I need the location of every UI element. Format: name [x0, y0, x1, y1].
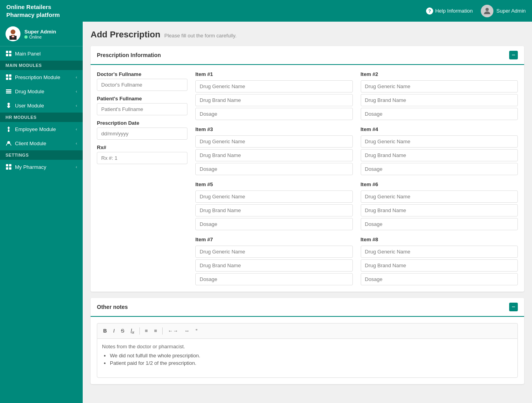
item-4-generic-input[interactable] — [361, 135, 518, 148]
sidebar-item-client-module[interactable]: Client Module ‹ — [0, 136, 83, 150]
page-subtitle: Please fill out the form carefully. — [164, 33, 236, 39]
item-label-2: Item #2 — [361, 71, 518, 77]
item-4-brand-input[interactable] — [361, 149, 518, 161]
item-3-dosage-input[interactable] — [195, 163, 353, 175]
sidebar-user: Super Admin Online — [0, 22, 83, 46]
clear-format-button[interactable]: Ix — [129, 327, 136, 335]
section-header-main-modules: MAIN MODULES — [0, 61, 83, 70]
svg-rect-28 — [9, 167, 11, 170]
item-5-brand-input[interactable] — [195, 204, 353, 216]
item-6-brand-input[interactable] — [361, 204, 518, 216]
date-input[interactable] — [97, 128, 187, 140]
item-7-brand-input[interactable] — [195, 259, 353, 272]
item-6-dosage-input[interactable] — [361, 218, 518, 230]
svg-point-0 — [486, 8, 489, 11]
chevron-icon: ‹ — [76, 89, 77, 94]
other-notes-card: Other notes − B I S Ix ≡ ≡ ←→ ↔ “ — [91, 298, 524, 384]
item-4-dosage-input[interactable] — [361, 163, 518, 175]
notes-item-1: We did not fulfull the whole prescriptio… — [110, 353, 513, 359]
chevron-icon: ‹ — [76, 141, 77, 146]
svg-rect-21 — [8, 105, 9, 106]
doctor-label: Doctor's Fullname — [97, 71, 187, 77]
super-admin-info[interactable]: Super Admin — [481, 5, 526, 17]
unordered-list-button[interactable]: ≡ — [143, 327, 150, 335]
item-7-generic-input[interactable] — [195, 246, 353, 258]
svg-rect-10 — [6, 54, 8, 56]
collapse-notes-button[interactable]: − — [509, 303, 518, 311]
item-5-dosage-input[interactable] — [195, 218, 353, 230]
item-group-6: Item #6 — [361, 181, 518, 230]
strikethrough-button[interactable]: S — [119, 327, 126, 335]
blockquote-button[interactable]: “ — [194, 327, 199, 335]
help-info-button[interactable]: ? Help Information — [426, 7, 473, 15]
user-name: Super Admin — [24, 29, 56, 35]
date-label: Prescription Date — [97, 120, 187, 126]
card-header-title: Prescription Information — [97, 52, 161, 58]
item-2-generic-input[interactable] — [361, 80, 518, 92]
notes-list: We did not fulfull the whole prescriptio… — [102, 353, 513, 366]
sidebar-item-employee-module[interactable]: Employee Module ‹ — [0, 122, 83, 136]
sidebar-item-prescription-module[interactable]: Prescription Module ‹ — [0, 70, 83, 84]
sidebar-item-user-module[interactable]: User Module ‹ — [0, 98, 83, 113]
item-2-dosage-input[interactable] — [361, 108, 518, 120]
svg-point-1 — [11, 30, 15, 34]
svg-rect-4 — [9, 36, 12, 40]
svg-rect-19 — [7, 103, 10, 105]
item-8-brand-input[interactable] — [361, 259, 518, 272]
item-8-generic-input[interactable] — [361, 246, 518, 258]
item-1-dosage-input[interactable] — [195, 108, 353, 120]
rx-field-group: Rx# — [97, 144, 187, 164]
sidebar-item-drug-module[interactable]: Drug Module ‹ — [0, 84, 83, 98]
items-column-left: Item #1 Item #3 Item #5 Item #7 — [195, 71, 353, 285]
main-content: Add Prescription Please fill out the for… — [83, 22, 532, 403]
notes-item-2: Patient paid for 1/2 of the prescription… — [110, 360, 513, 366]
bold-button[interactable]: B — [101, 327, 109, 335]
doctor-input[interactable] — [97, 79, 187, 91]
item-6-generic-input[interactable] — [361, 190, 518, 203]
card-body-notes: B I S Ix ≡ ≡ ←→ ↔ “ Notes from the docto… — [91, 317, 524, 384]
doctor-field-group: Doctor's Fullname — [97, 71, 187, 91]
item-5-generic-input[interactable] — [195, 190, 353, 203]
item-group-8: Item #8 — [361, 237, 518, 285]
item-8-dosage-input[interactable] — [361, 273, 518, 285]
toolbar-divider-2 — [162, 327, 163, 335]
chevron-icon: ‹ — [76, 165, 77, 169]
notes-card-title: Other notes — [97, 304, 128, 310]
main-layout: Super Admin Online Main Panel MAIN MODUL… — [0, 22, 532, 403]
svg-rect-5 — [14, 36, 17, 40]
outdent-button[interactable]: ←→ — [166, 327, 180, 335]
items-column-right: Item #2 Item #4 Item #6 Item #8 — [361, 71, 518, 285]
item-label-1: Item #1 — [195, 71, 353, 77]
svg-rect-15 — [9, 78, 11, 80]
toolbar-divider-1 — [139, 327, 140, 335]
item-1-brand-input[interactable] — [195, 94, 353, 106]
item-3-generic-input[interactable] — [195, 135, 353, 148]
chevron-icon: ‹ — [76, 75, 77, 79]
item-label-8: Item #8 — [361, 237, 518, 242]
collapse-prescription-button[interactable]: − — [509, 51, 518, 59]
item-label-5: Item #5 — [195, 181, 353, 187]
svg-rect-16 — [6, 89, 11, 91]
date-field-group: Prescription Date — [97, 120, 187, 140]
sidebar-item-main-panel[interactable]: Main Panel — [0, 46, 83, 61]
indent-button[interactable]: ↔ — [182, 327, 191, 335]
item-2-brand-input[interactable] — [361, 94, 518, 106]
patient-input[interactable] — [97, 103, 187, 115]
item-7-dosage-input[interactable] — [195, 273, 353, 285]
rx-input[interactable] — [97, 152, 187, 164]
status-dot — [24, 35, 28, 39]
sidebar: Super Admin Online Main Panel MAIN MODUL… — [0, 22, 83, 403]
item-group-7: Item #7 — [195, 237, 353, 285]
svg-rect-27 — [6, 167, 8, 170]
page-header: Add Prescription Please fill out the for… — [91, 30, 524, 40]
item-3-brand-input[interactable] — [195, 149, 353, 161]
chevron-icon: ‹ — [76, 127, 77, 131]
italic-button[interactable]: I — [111, 327, 117, 335]
ordered-list-button[interactable]: ≡ — [152, 327, 159, 335]
svg-rect-14 — [6, 78, 8, 80]
sidebar-item-my-pharmacy[interactable]: My Pharmacy ‹ — [0, 160, 83, 174]
svg-rect-13 — [9, 74, 11, 77]
item-1-generic-input[interactable] — [195, 80, 353, 92]
notes-editor[interactable]: Notes from the doctor or pharmacist. We … — [97, 338, 518, 378]
user-info: Super Admin Online — [24, 29, 56, 39]
